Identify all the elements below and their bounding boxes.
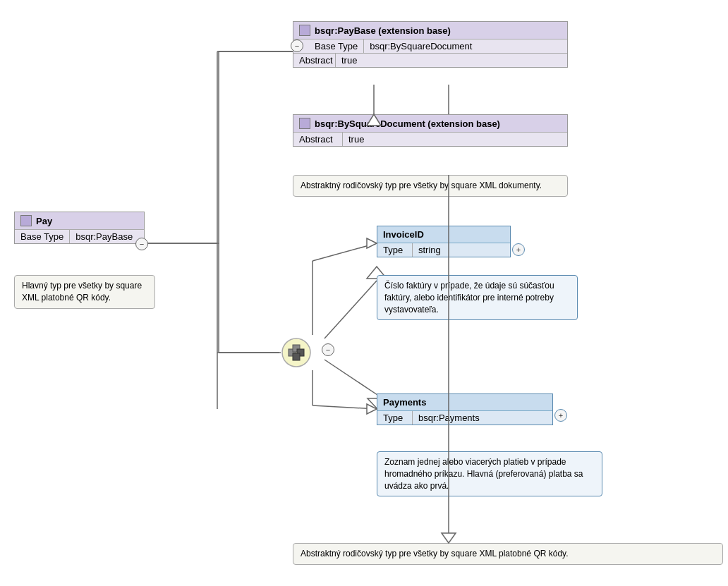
composition-icon[interactable] bbox=[279, 335, 314, 370]
pay-basetype-row: Base Type bsqr:PayBase bbox=[15, 229, 144, 243]
pay-basetype-value: bsqr:PayBase bbox=[70, 230, 138, 243]
svg-marker-13 bbox=[367, 238, 377, 248]
paybase-header: bsqr:PayBase (extension base) bbox=[293, 22, 567, 39]
invoiceid-node: InvoiceID Type string bbox=[377, 226, 511, 257]
bysquaredoc-title: bsqr:BySquareDocument (extension base) bbox=[315, 118, 500, 129]
payments-node: Payments Type bsqr:Payments bbox=[377, 393, 553, 425]
bysquaredoc-abstract-row: Abstract true bbox=[293, 132, 567, 146]
paybase-basetype-label: Base Type bbox=[309, 39, 364, 53]
pay-collapse-btn[interactable]: − bbox=[135, 238, 148, 250]
paybase-abstract-row: Abstract true bbox=[293, 53, 567, 67]
payments-header: Payments bbox=[377, 394, 552, 410]
paybase-title: bsqr:PayBase (extension base) bbox=[315, 25, 451, 36]
invoiceid-header: InvoiceID bbox=[377, 226, 510, 243]
invoiceid-note: Číslo faktúry v prípade, že údaje sú súč… bbox=[377, 275, 578, 320]
bysquaredoc-note: Abstraktný rodičovský typ pre všetky by … bbox=[293, 175, 568, 197]
payments-note: Zoznam jednej alebo viacerých platieb v … bbox=[377, 451, 602, 496]
svg-marker-16 bbox=[367, 404, 377, 414]
bottom-note: Abstraktný rodičovský typ pre všetky by … bbox=[293, 543, 723, 565]
bysquaredoc-icon bbox=[299, 118, 310, 129]
bysquaredoc-header: bsqr:BySquareDocument (extension base) bbox=[293, 115, 567, 132]
connector-pay-paybase bbox=[145, 51, 293, 243]
payments-note-text: Zoznam jednej alebo viacerých platieb v … bbox=[384, 457, 583, 491]
svg-line-15 bbox=[313, 405, 377, 409]
bottom-note-text: Abstraktný rodičovský typ pre všetky by … bbox=[301, 549, 569, 558]
svg-rect-4 bbox=[293, 353, 300, 360]
bysquaredoc-abstract-label: Abstract bbox=[293, 133, 343, 146]
comp-collapse-btn[interactable]: − bbox=[322, 343, 334, 356]
connector-comp-invoiceid bbox=[324, 281, 377, 338]
payments-type-value: bsqr:Payments bbox=[413, 411, 485, 425]
paybase-collapse-btn[interactable]: − bbox=[291, 39, 303, 52]
payments-type-row: Type bsqr:Payments bbox=[377, 410, 552, 425]
svg-line-12 bbox=[313, 243, 377, 261]
invoiceid-type-value: string bbox=[413, 243, 447, 257]
paybase-abstract-value: true bbox=[336, 54, 363, 67]
pay-node: Pay Base Type bsqr:PayBase bbox=[14, 212, 145, 244]
pay-title: Pay bbox=[36, 216, 52, 226]
invoiceid-type-row: Type string bbox=[377, 243, 510, 257]
payments-type-label: Type bbox=[377, 411, 413, 425]
bysquaredoc-abstract-value: true bbox=[343, 133, 370, 146]
pay-node-header: Pay bbox=[15, 212, 144, 229]
pay-icon bbox=[20, 215, 32, 226]
payments-expand-btn[interactable]: + bbox=[554, 409, 567, 422]
pay-basetype-label: Base Type bbox=[15, 230, 70, 243]
invoiceid-title: InvoiceID bbox=[383, 229, 424, 240]
connector-comp-payments bbox=[324, 360, 377, 395]
paybase-abstract-label: Abstract bbox=[293, 54, 336, 67]
paybase-icon bbox=[299, 25, 310, 36]
svg-marker-19 bbox=[442, 533, 456, 543]
invoiceid-note-text: Číslo faktúry v prípade, že údaje sú súč… bbox=[384, 281, 554, 315]
svg-point-0 bbox=[282, 338, 310, 367]
bysquaredoc-note-text: Abstraktný rodičovský typ pre všetky by … bbox=[301, 181, 542, 190]
invoiceid-type-label: Type bbox=[377, 243, 413, 257]
pay-note: Hlavný typ pre všetky by square XML plat… bbox=[14, 275, 155, 309]
paybase-basetype-row: − Base Type bsqr:BySquareDocument bbox=[293, 39, 567, 53]
paybase-node: bsqr:PayBase (extension base) − Base Typ… bbox=[293, 21, 568, 68]
pay-note-text: Hlavný typ pre všetky by square XML plat… bbox=[22, 281, 142, 303]
bysquaredoc-node: bsqr:BySquareDocument (extension base) A… bbox=[293, 114, 568, 147]
payments-title: Payments bbox=[383, 397, 426, 408]
invoiceid-expand-btn[interactable]: + bbox=[512, 243, 525, 256]
paybase-basetype-value: bsqr:BySquareDocument bbox=[364, 39, 478, 53]
diagram-canvas: Pay Base Type bsqr:PayBase − Hlavný typ … bbox=[0, 0, 728, 586]
